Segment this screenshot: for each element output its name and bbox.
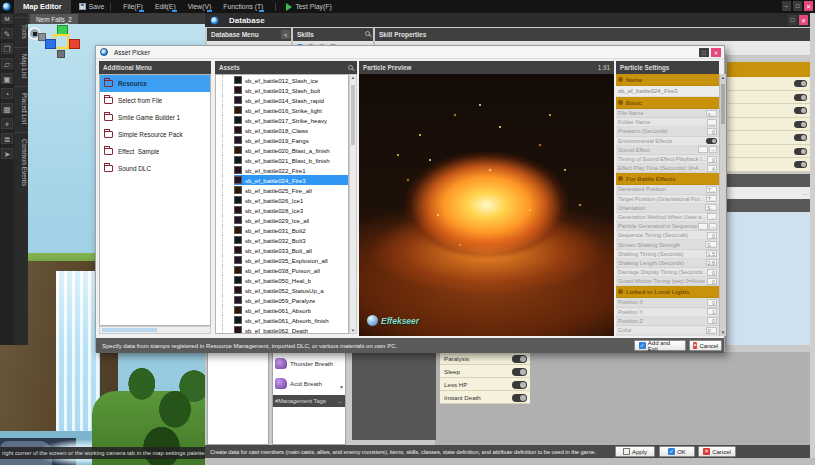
asset-list-item[interactable]: sb_ef_battle012_Slash_ice [216, 75, 348, 85]
apply-button[interactable]: Apply [615, 446, 655, 457]
save-button[interactable]: Save [79, 3, 105, 10]
value-box[interactable]: 0 [707, 317, 717, 324]
value-box[interactable]: 0 [707, 156, 717, 163]
management-tags-header[interactable]: #Management Tags ← [273, 395, 345, 407]
particle-setting-row[interactable]: Generated Position T... → [616, 185, 719, 194]
map-editor-tab[interactable]: Map Editor [14, 0, 71, 13]
particle-setting-row[interactable]: Linked to Local Lights → [616, 286, 719, 298]
asset-list-item[interactable]: sb_ef_battle021_Blast_b_finish [216, 155, 348, 165]
asset-list-item[interactable]: sb_ef_battle024_Fire3 [216, 175, 348, 185]
value-box[interactable] [698, 146, 708, 153]
scroll-down-icon[interactable]: ▼ [339, 384, 344, 390]
minimize-button[interactable]: – [782, 1, 791, 11]
toggle[interactable] [794, 94, 807, 101]
property-row[interactable] [727, 91, 810, 105]
horizontal-scrollbar[interactable] [99, 326, 211, 334]
property-row[interactable] [727, 77, 810, 91]
asset-list-item[interactable]: sb_ef_battle035_Explosion_all [216, 255, 348, 265]
particle-setting-row[interactable]: Intensity 0... → [616, 335, 719, 336]
search-icon[interactable] [365, 31, 370, 36]
gizmo-cube-blue[interactable] [45, 39, 56, 49]
particle-setting-row[interactable]: Position X 0 → [616, 298, 719, 307]
ailment-toggle[interactable] [512, 381, 527, 389]
menu-item[interactable]: View(V) [188, 3, 212, 11]
dialog-maximize-button[interactable]: □ [699, 48, 709, 57]
value-box[interactable]: 0 [707, 299, 717, 306]
close-button[interactable]: ✕ [804, 1, 813, 11]
ailment-toggle[interactable] [512, 368, 527, 376]
value-box[interactable]: S... [705, 241, 717, 248]
asset-list-item[interactable]: sb_ef_battle018_Claws [216, 125, 348, 135]
particle-setting-row[interactable]: Shaking Length (Seconds) 2.8 → [616, 259, 719, 268]
stamp-icon[interactable]: ✎ [1, 28, 13, 39]
particle-setting-row[interactable]: Name → [616, 74, 719, 86]
particle-setting-row[interactable]: Sound Effect → [616, 146, 719, 155]
asset-list-item[interactable]: sb_ef_battle016_Strike_light [216, 105, 348, 115]
value-box[interactable]: 4 [707, 165, 717, 172]
mode-button[interactable]: M [1, 14, 13, 24]
asset-list-item[interactable]: sb_ef_battle062_Death [216, 325, 348, 334]
value-box[interactable]: 0 [707, 128, 717, 135]
value-box[interactable] [698, 223, 708, 230]
particle-setting-row[interactable]: Environmental Effects → [616, 137, 719, 146]
arrow-button[interactable]: → [709, 223, 717, 230]
asset-list-item[interactable]: sb_ef_battle050_Heal_b [216, 275, 348, 285]
scroll-up-icon[interactable]: ▲ [350, 75, 356, 80]
value-box[interactable]: ... [707, 119, 717, 126]
additional-menu-item[interactable]: Effect_Sample [100, 143, 210, 160]
value-box[interactable]: S... [705, 204, 717, 211]
test-play-button[interactable]: Test Play(F) [286, 3, 331, 11]
value-box[interactable]: 0 [707, 278, 717, 285]
collapse-icon[interactable]: < [281, 30, 290, 39]
toggle[interactable] [794, 80, 807, 87]
asset-list-item[interactable]: sb_ef_battle028_Ice3 [216, 205, 348, 215]
selection-icon[interactable]: ▦ [1, 103, 13, 114]
particle-setting-row[interactable]: Target Position (Gravitational Force) T.… [616, 195, 719, 204]
menu-item[interactable]: File(F) [123, 3, 143, 11]
sidebar-tab[interactable]: Placed List [14, 86, 28, 130]
particle-setting-row[interactable]: Folder Name ... → [616, 118, 719, 127]
additional-menu-item[interactable]: Resource [100, 75, 210, 92]
toggle[interactable] [794, 107, 807, 114]
asset-list-item[interactable]: sb_ef_battle061_Absorb [216, 305, 348, 315]
particle-setting-row[interactable]: sb_ef_battle024_Fire3 → [616, 86, 719, 97]
database-close-button[interactable]: ✕ [799, 15, 808, 25]
asset-list-item[interactable]: sb_ef_battle031_Bolt2 [216, 225, 348, 235]
toggle[interactable] [794, 161, 807, 168]
scroll-up-icon[interactable]: ▲ [720, 75, 726, 80]
value-box[interactable]: T... [706, 186, 717, 193]
particle-setting-row[interactable]: Guard Motion Timing (sec) 0=None 0 → [616, 277, 719, 286]
sidebar-tab[interactable]: Common Events [14, 132, 28, 192]
ailment-row[interactable]: Sleep [440, 365, 530, 378]
scroll-down-icon[interactable]: ▼ [350, 328, 356, 333]
particle-setting-row[interactable]: Position Z 0 → [616, 317, 719, 326]
sidebar-tab[interactable]: Map List [14, 47, 28, 84]
zoom-icon[interactable]: ⌖ [1, 118, 13, 129]
database-maximize-button[interactable]: □ [788, 15, 797, 25]
menu-item[interactable]: Edit(E) [155, 3, 176, 11]
dialog-cancel-button[interactable]: ✕ Cancel [689, 340, 722, 351]
skills-header[interactable]: Skills [293, 28, 373, 41]
camera-icon[interactable]: ➤ [1, 148, 13, 159]
ailment-row[interactable]: Less HP [440, 378, 530, 391]
particle-preview-viewport[interactable]: Effekseer [359, 74, 614, 336]
menu-item[interactable]: Functions (T) [223, 3, 263, 11]
value-box[interactable]: 2.8 [706, 259, 718, 266]
cube-icon[interactable]: ▣ [1, 73, 13, 84]
value-box[interactable]: T... [706, 195, 717, 202]
value-box[interactable]: 1.5 [706, 250, 718, 257]
additional-menu-item[interactable]: Sound DLC [100, 160, 210, 177]
search-icon[interactable] [348, 65, 353, 70]
particle-setting-row[interactable]: Shaking Timing (Seconds) 1.5 → [616, 250, 719, 259]
skill-list-item[interactable]: Acid Breath [273, 373, 345, 393]
particle-setting-row[interactable]: Damage Display Timing (Seconds... 0 → [616, 268, 719, 277]
history-icon[interactable]: ◔ [1, 88, 13, 99]
asset-list-item[interactable]: sb_ef_battle017_Strike_heavy [216, 115, 348, 125]
asset-list-item[interactable]: sb_ef_battle013_Slash_bolt [216, 85, 348, 95]
value-box[interactable]: 0 [707, 269, 717, 276]
asset-list-item[interactable]: sb_ef_battle038_Poison_all [216, 265, 348, 275]
value-box[interactable]: s... [706, 110, 717, 117]
value-box[interactable]: 0 [707, 232, 717, 239]
particle-setting-row[interactable]: Screen Shaking Strength S... → [616, 240, 719, 249]
asset-list-item[interactable]: sb_ef_battle029_Ice_all [216, 215, 348, 225]
